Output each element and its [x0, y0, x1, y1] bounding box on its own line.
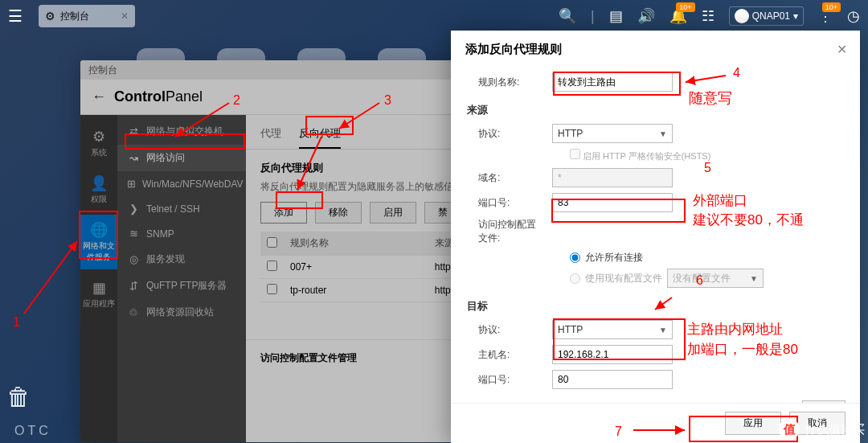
watermark-logo: 值: [779, 419, 800, 440]
volume-icon[interactable]: 🔊: [637, 7, 655, 25]
select-all-checkbox[interactable]: [267, 237, 277, 248]
acl-allow-label: 允许所有连接: [585, 251, 643, 265]
tab-proxy[interactable]: 代理: [260, 126, 281, 149]
notification-icon[interactable]: 🔔10+: [669, 7, 687, 25]
host-label: 主机名:: [467, 348, 544, 362]
sidebar-cat-network[interactable]: 🌐网络和文件服务: [80, 215, 117, 269]
menu-icon[interactable]: ☰: [8, 6, 23, 26]
src-port-input[interactable]: [552, 193, 673, 212]
hsts-checkbox: [570, 149, 580, 159]
host-input[interactable]: [552, 345, 673, 364]
src-proto-select[interactable]: HTTP▼: [552, 124, 673, 143]
user-name: QNAP01: [752, 10, 790, 22]
snmp-icon: ≋: [127, 228, 140, 240]
target-heading: 目标: [467, 299, 845, 314]
annotation-1: 1: [13, 315, 20, 330]
acl-existing-select: 没有配置文件▼: [667, 269, 764, 288]
sidebar-item-netswitch[interactable]: ⇄网络与虚拟交换机: [117, 118, 246, 145]
dialog-title: 添加反向代理规则: [465, 42, 562, 57]
more-icon[interactable]: ⋮10+: [818, 7, 833, 25]
row-checkbox[interactable]: [267, 284, 277, 294]
tgt-proto-label: 协议:: [467, 323, 544, 337]
sidebar-cat-privilege[interactable]: 👤权限: [80, 168, 117, 211]
recycle-icon: ♲: [127, 306, 140, 318]
sidebar-item-winmac[interactable]: ⊞Win/Mac/NFS/WebDAV: [117, 171, 246, 196]
th-name: 规则名称: [284, 232, 428, 256]
access-icon: ↝: [127, 152, 140, 164]
sidebar-cat-system[interactable]: ⚙系统: [80, 121, 117, 165]
divider: |: [591, 8, 595, 25]
sidebar-cat-apps[interactable]: ▦应用程序: [80, 273, 117, 316]
user-menu[interactable]: QNAP01 ▾: [729, 6, 804, 26]
sidebar-item-discovery[interactable]: ◎服务发现: [117, 246, 246, 273]
taskbar-tab-label: 控制台: [60, 10, 89, 23]
page-title: ControlPanel: [114, 88, 203, 105]
gear-icon: ⚙: [80, 128, 117, 146]
watermark-text: 什么值得买: [805, 422, 865, 437]
ftp-icon: ⇵: [127, 280, 140, 292]
tab-reverse-proxy[interactable]: 反向代理: [299, 126, 341, 149]
enable-button[interactable]: 启用: [370, 202, 416, 224]
search-icon[interactable]: 🔍: [559, 7, 576, 25]
dashboard-gauge-icon[interactable]: ◷: [847, 7, 860, 25]
terminal-icon: ❯: [127, 203, 140, 215]
src-proto-label: 协议:: [467, 127, 544, 141]
switch-icon: ⇄: [127, 125, 140, 137]
domain-input: [552, 168, 673, 187]
sidebar-subitems: ⇄网络与虚拟交换机 ↝网络访问 ⊞Win/Mac/NFS/WebDAV ❯Tel…: [117, 115, 246, 442]
acl-allow-radio[interactable]: [570, 252, 580, 263]
globe-icon: 🌐: [80, 221, 117, 239]
back-icon[interactable]: ←: [92, 88, 106, 105]
chevron-down-icon: ▾: [793, 10, 798, 22]
tgt-port-input[interactable]: [552, 370, 673, 389]
apps-icon: ▦: [80, 279, 117, 297]
watermark: 值 什么值得买: [779, 419, 865, 440]
sidebar-item-quftp[interactable]: ⇵QuFTP FTP服务器: [117, 273, 246, 299]
acl-label: 访问控制配置文件:: [467, 218, 544, 245]
close-icon[interactable]: ✕: [837, 42, 847, 57]
rule-name-label: 规则名称:: [467, 76, 544, 89]
chevron-down-icon: ▼: [750, 274, 758, 283]
row-checkbox[interactable]: [267, 260, 277, 271]
chevron-down-icon: ▼: [659, 326, 667, 334]
chevron-down-icon: ▼: [659, 129, 667, 138]
taskbar-tab[interactable]: ⚙ 控制台 ✕: [39, 5, 135, 27]
avatar: [735, 9, 749, 23]
sidebar-item-telnet[interactable]: ❯Telnet / SSH: [117, 196, 246, 221]
tasks-icon[interactable]: ☷: [702, 7, 714, 25]
discovery-icon: ◎: [127, 253, 140, 265]
tgt-port-label: 端口号:: [467, 373, 544, 387]
sidebar-item-netaccess[interactable]: ↝网络访问: [117, 145, 246, 171]
source-heading: 来源: [467, 103, 845, 117]
remove-button[interactable]: 移除: [315, 202, 362, 224]
dashboard-icon[interactable]: ▤: [609, 7, 623, 25]
sidebar-item-snmp[interactable]: ≋SNMP: [117, 221, 246, 246]
sidebar-item-recycle[interactable]: ♲网络资源回收站: [117, 299, 246, 326]
rule-name-input[interactable]: [552, 72, 673, 92]
src-port-label: 端口号:: [467, 196, 544, 210]
brand-text: OTC: [14, 424, 51, 438]
tgt-proto-select[interactable]: HTTP▼: [552, 320, 673, 339]
add-rule-dialog: 添加反向代理规则 ✕ 规则名称: 来源 协议: HTTP▼ 启用 HTTP 严格…: [451, 31, 860, 443]
hsts-label: 启用 HTTP 严格传输安全(HSTS): [583, 151, 710, 161]
domain-label: 域名:: [467, 171, 544, 185]
sidebar-categories: ⚙系统 👤权限 🌐网络和文件服务 ▦应用程序: [80, 115, 117, 442]
apply-button[interactable]: 应用: [725, 412, 781, 435]
svg-line-0: [24, 241, 77, 314]
add-button[interactable]: 添加: [260, 202, 307, 224]
acl-existing-radio: [570, 273, 580, 284]
trash-icon[interactable]: 🗑: [6, 384, 31, 411]
gear-icon: ⚙: [45, 10, 55, 23]
close-icon[interactable]: ✕: [121, 10, 129, 22]
user-icon: 👤: [80, 174, 117, 192]
acl-existing-label: 使用现有配置文件: [585, 272, 662, 285]
share-icon: ⊞: [127, 178, 136, 190]
